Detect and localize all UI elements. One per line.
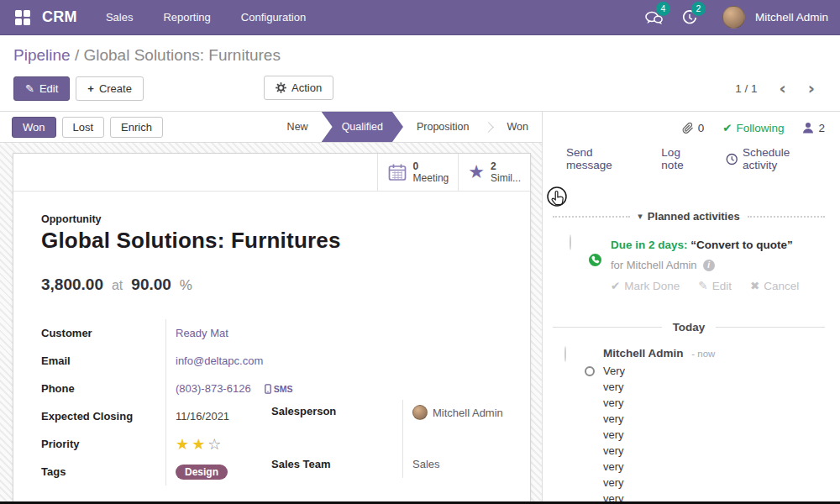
following-button[interactable]: ✔ Following (722, 121, 784, 134)
dotted-divider (553, 216, 630, 218)
check-icon: ✔ (722, 121, 732, 134)
mark-done-button[interactable]: ✔ Mark Done (611, 279, 680, 292)
stage-bar: New Qualified Proposition Won (274, 112, 542, 142)
chatter-panel: 0 ✔ Following 2 Send message Log note (543, 112, 840, 504)
today-separator: Today (553, 321, 825, 333)
field-customer: Customer Ready Mat (41, 319, 271, 347)
paperclip-icon (682, 122, 694, 134)
percent-sign: % (180, 277, 192, 294)
record-sheet: 0 Meeting ★ 2 Simil... Opportunity (13, 153, 531, 504)
similar-count: 2 (491, 160, 521, 172)
send-message-button[interactable]: Send message (566, 146, 639, 171)
info-icon[interactable]: i (703, 260, 715, 271)
phone-icon (591, 255, 600, 265)
breadcrumb-pipeline[interactable]: Pipeline (13, 46, 71, 64)
salesperson-avatar (412, 405, 428, 420)
field-expected-closing: Expected Closing 11/16/2021 (41, 402, 271, 430)
message-author[interactable]: Mitchell Admin (603, 347, 684, 360)
x-icon: ✖ (750, 279, 759, 292)
field-priority: Priority ★ ★ ☆ (41, 430, 271, 458)
action-button[interactable]: Action (264, 76, 333, 100)
log-note-button[interactable]: Log note (661, 146, 704, 171)
check-icon: ✔ (611, 279, 620, 292)
field-phone: Phone (803)-873-6126 SMS (41, 375, 271, 402)
message-timestamp: - now (691, 349, 715, 359)
call-activity-badge (587, 252, 603, 268)
activities-badge: 2 (691, 2, 706, 16)
pager: 1 / 1 ‹ › (735, 80, 827, 97)
priority-star-3-icon[interactable]: ☆ (207, 435, 221, 453)
stage-new[interactable]: New (274, 112, 322, 142)
breadcrumb-current: Global Solutions: Furnitures (83, 46, 280, 64)
at-label: at (112, 278, 123, 293)
edit-activity-button[interactable]: ✎ Edit (698, 279, 732, 292)
control-panel: Pipeline / Global Solutions: Furnitures … (0, 35, 840, 111)
menu-reporting[interactable]: Reporting (163, 11, 210, 24)
field-email: Email info@deltapc.com (41, 347, 271, 375)
chevron-down-icon: ▾ (638, 211, 643, 222)
edit-button[interactable]: ✎ Edit (13, 76, 70, 101)
similar-leads-stat-button[interactable]: ★ 2 Simil... (458, 154, 530, 191)
followers-button[interactable]: 2 (802, 122, 825, 134)
meeting-label: Meeting (413, 172, 449, 184)
meeting-stat-button[interactable]: 0 Meeting (377, 154, 459, 191)
user-menu[interactable]: Mitchell Admin (755, 11, 828, 24)
enrich-button[interactable]: Enrich (110, 117, 163, 138)
lost-button[interactable]: Lost (62, 117, 105, 138)
gear-icon (276, 82, 286, 93)
stage-won[interactable]: Won (494, 112, 542, 142)
user-avatar[interactable] (722, 6, 745, 29)
form-view: Won Lost Enrich New Qualified Propositio… (0, 112, 543, 504)
sales-team-value: Sales (402, 450, 502, 478)
amount-value: 3,800.00 (41, 276, 103, 294)
mobile-phone-icon (265, 384, 271, 394)
stat-button-row: 0 Meeting ★ 2 Simil... (13, 154, 530, 192)
app-title[interactable]: CRM (42, 8, 77, 26)
stage-proposition[interactable]: Proposition (403, 112, 483, 142)
priority-star-1-icon[interactable]: ★ (176, 435, 189, 453)
probability-value: 90.00 (131, 276, 171, 294)
menu-sales[interactable]: Sales (106, 11, 134, 24)
dotted-divider (748, 216, 825, 218)
messages-icon[interactable]: 4 (640, 7, 669, 29)
activities-icon[interactable]: 2 (675, 7, 704, 29)
menu-configuration[interactable]: Configuration (241, 11, 306, 24)
clock-icon (726, 153, 738, 165)
page-title: Global Solutions: Furnitures (41, 228, 502, 254)
cancel-activity-button[interactable]: ✖ Cancel (750, 279, 799, 292)
customer-link[interactable]: Ready Mat (176, 327, 228, 339)
message-item: Mitchell Admin - now Very very very very… (553, 347, 825, 504)
pager-previous-icon[interactable]: ‹ (780, 80, 786, 97)
email-link[interactable]: info@deltapc.com (176, 354, 263, 367)
message-body: Very very very very very very very very … (603, 363, 715, 504)
expected-revenue: 3,800.00 at 90.00 % (41, 276, 502, 294)
plus-icon: + (87, 82, 94, 95)
form-canvas: 0 Meeting ★ 2 Simil... Opportunity (0, 143, 542, 504)
stage-separator-icon (483, 122, 494, 133)
activity-due-label: Due in 2 days: (611, 239, 688, 251)
pager-count: 1 / 1 (735, 82, 757, 95)
apps-menu-icon[interactable] (15, 10, 30, 25)
won-button[interactable]: Won (12, 117, 56, 138)
pencil-icon: ✎ (698, 279, 707, 292)
sms-button[interactable]: SMS (265, 384, 293, 394)
pager-next-icon[interactable]: › (808, 80, 815, 97)
today-label: Today (673, 321, 706, 333)
read-status-icon (585, 366, 595, 376)
create-button[interactable]: + Create (76, 76, 144, 101)
breadcrumb-separator: / (75, 46, 79, 64)
top-nav-bar: CRM Sales Reporting Configuration 4 2 Mi… (0, 0, 840, 35)
stage-qualified[interactable]: Qualified (322, 112, 403, 142)
activity-summary: “Convert to quote” (690, 239, 793, 251)
phone-link[interactable]: (803)-873-6126 (176, 382, 251, 395)
record-type-label: Opportunity (41, 213, 502, 225)
field-sales-team: Sales Team Sales (271, 450, 502, 478)
activity-assignee: for Mitchell Admin (611, 255, 697, 276)
priority-star-2-icon[interactable]: ★ (192, 435, 205, 453)
similar-label: Simil... (491, 172, 521, 184)
salesperson-value: Mitchell Admin (433, 407, 503, 419)
planned-activities-toggle[interactable]: ▾ Planned activities (553, 210, 825, 223)
meeting-count: 0 (413, 160, 449, 172)
attachments-button[interactable]: 0 (682, 122, 705, 134)
schedule-activity-button[interactable]: Schedule activity (726, 146, 825, 171)
